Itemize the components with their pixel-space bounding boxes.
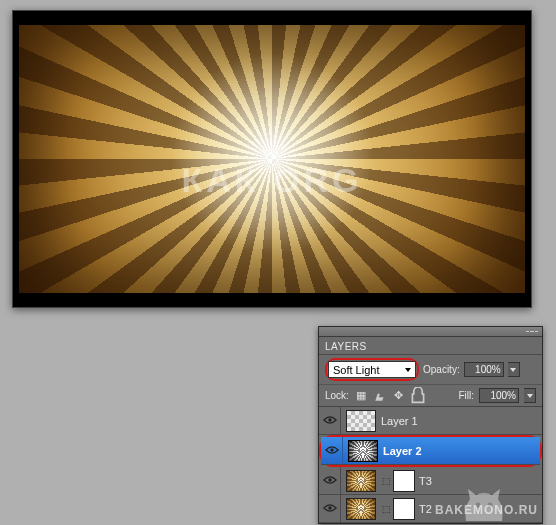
fill-dropdown[interactable] xyxy=(524,388,536,403)
vignette xyxy=(19,25,525,293)
footer-watermark: BAKEMONO.RU xyxy=(435,503,538,517)
fill-label: Fill: xyxy=(458,390,474,401)
panel-menu-icon[interactable] xyxy=(526,328,538,336)
layer-name[interactable]: T2 xyxy=(419,503,432,515)
layer-thumbnail[interactable] xyxy=(348,440,378,462)
mask-thumbnail[interactable] xyxy=(393,498,415,520)
svg-point-1 xyxy=(330,448,334,452)
opacity-label: Opacity: xyxy=(423,364,460,375)
layer-row[interactable]: Layer 1 xyxy=(319,407,542,435)
lock-transparency-icon[interactable]: ▦ xyxy=(354,389,368,403)
canvas-artwork: КАК ORG xyxy=(19,25,525,293)
canvas-watermark: КАК ORG xyxy=(182,161,363,200)
lock-all-icon[interactable] xyxy=(411,389,425,403)
visibility-toggle[interactable] xyxy=(319,407,341,434)
document-canvas[interactable]: КАК ORG xyxy=(12,10,532,308)
blend-mode-highlight: Soft Light xyxy=(325,358,419,381)
layer-name[interactable]: Layer 2 xyxy=(383,445,422,457)
panel-tab-bar xyxy=(319,327,542,337)
lock-label: Lock: xyxy=(325,390,349,401)
eye-icon xyxy=(325,445,339,457)
fill-value: 100% xyxy=(490,390,516,401)
layer-row[interactable]: ⬚ T3 xyxy=(319,467,542,495)
visibility-toggle[interactable] xyxy=(319,467,341,494)
eye-icon xyxy=(323,503,337,515)
layer-name[interactable]: T3 xyxy=(419,475,432,487)
blend-mode-value: Soft Light xyxy=(333,364,379,376)
lock-fill-row: Lock: ▦ ✥ Fill: 100% xyxy=(319,385,542,407)
mask-thumbnail[interactable] xyxy=(393,470,415,492)
layer-thumbnail[interactable] xyxy=(346,410,376,432)
chevron-down-icon xyxy=(527,394,533,398)
opacity-field[interactable]: 100% xyxy=(464,362,504,377)
chevron-down-icon xyxy=(405,368,411,372)
layer-thumbnail[interactable] xyxy=(346,470,376,492)
blend-opacity-row: Soft Light Opacity: 100% xyxy=(319,355,542,385)
eye-icon xyxy=(323,475,337,487)
lock-position-icon[interactable]: ✥ xyxy=(392,389,406,403)
svg-point-3 xyxy=(328,506,332,510)
visibility-toggle[interactable] xyxy=(319,495,341,522)
eye-icon xyxy=(323,415,337,427)
link-icon: ⬚ xyxy=(381,476,391,486)
layer-name[interactable]: Layer 1 xyxy=(381,415,418,427)
opacity-dropdown[interactable] xyxy=(508,362,520,377)
opacity-value: 100% xyxy=(475,364,501,375)
svg-point-2 xyxy=(328,478,332,482)
layers-panel: LAYERS Soft Light Opacity: 100% Lock: ▦ … xyxy=(318,326,543,524)
layer-thumbnail[interactable] xyxy=(346,498,376,520)
svg-point-0 xyxy=(328,418,332,422)
selected-layer-highlight: Layer 2 xyxy=(319,435,542,467)
layer-row[interactable]: Layer 2 xyxy=(321,437,540,465)
link-icon: ⬚ xyxy=(381,504,391,514)
visibility-toggle[interactable] xyxy=(321,437,343,464)
blend-mode-select[interactable]: Soft Light xyxy=(328,361,416,378)
fill-field[interactable]: 100% xyxy=(479,388,519,403)
panel-title: LAYERS xyxy=(319,337,542,355)
chevron-down-icon xyxy=(510,368,516,372)
lock-pixels-icon[interactable] xyxy=(373,389,387,403)
